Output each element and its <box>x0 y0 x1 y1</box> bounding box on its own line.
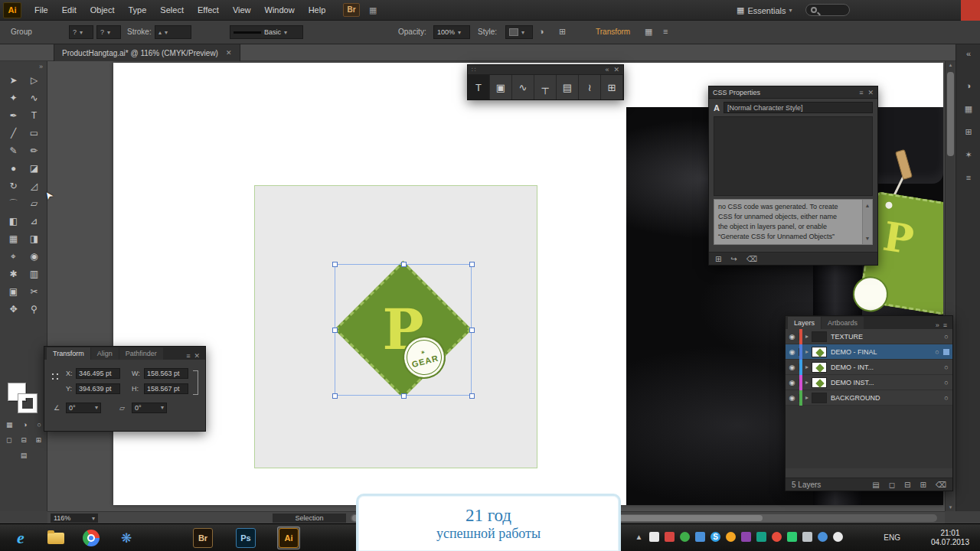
expand-triangle-icon[interactable]: ▸ <box>802 348 812 355</box>
menu-type[interactable]: Type <box>122 0 154 21</box>
selection-handle-e[interactable] <box>469 328 475 333</box>
rotate-field[interactable]: 0° ▾ <box>66 403 101 413</box>
style-dropdown[interactable]: ▾ <box>505 25 533 39</box>
gradient-tool[interactable]: ◨ <box>24 230 44 248</box>
zoom-level-dropdown[interactable]: 116% ▾ <box>51 514 98 523</box>
scale-tool[interactable]: ◿ <box>24 178 44 195</box>
layer-row-texture[interactable]: ◉ ▸ TEXTURE ○ <box>786 329 952 344</box>
selection-handle-n[interactable] <box>401 262 407 267</box>
control-panel-menu-icon[interactable]: ≡ <box>663 27 668 36</box>
pen-tool[interactable]: ✒ <box>3 107 24 125</box>
target-circle-icon[interactable]: ○ <box>931 348 943 356</box>
vertical-scroll-thumb[interactable] <box>947 72 954 156</box>
magic-wand-tool[interactable]: ✦ <box>3 90 24 107</box>
h-field[interactable]: 158.567 pt <box>144 383 188 394</box>
width-tool[interactable]: ⌒ <box>3 195 24 213</box>
collapse-tools-icon[interactable]: » <box>39 63 43 70</box>
visibility-eye-icon[interactable]: ◉ <box>786 348 799 356</box>
tray-icon[interactable] <box>726 532 736 542</box>
tab-align[interactable]: Align <box>91 347 119 360</box>
layer-name[interactable]: DEMO - INT... <box>831 364 940 371</box>
draw-behind-button[interactable]: ⊟ <box>21 436 27 444</box>
target-circle-icon[interactable]: ○ <box>940 394 952 402</box>
opacity-field[interactable]: 100% ▾ <box>433 25 470 39</box>
tab-pathfinder[interactable]: Pathfinder <box>119 347 163 360</box>
perspective-grid-tool[interactable]: ⊿ <box>24 213 44 230</box>
menu-view[interactable]: View <box>226 0 258 21</box>
vertical-type-on-path-tool-button[interactable]: ≀ <box>579 75 601 99</box>
layer-row-demo-final[interactable]: ◉ ▸ DEMO - FINAL ○ <box>786 344 952 360</box>
align-options-icon[interactable]: ▦ <box>645 27 652 37</box>
none-button[interactable]: ○ <box>38 421 41 429</box>
collapse-icon[interactable]: « <box>605 66 609 73</box>
type-tool[interactable]: T <box>24 107 44 125</box>
pencil-tool[interactable]: ✏ <box>24 142 44 160</box>
taskbar-app-blue[interactable]: ❋ <box>115 527 138 549</box>
tab-layers[interactable]: Layers <box>788 317 821 329</box>
vertical-type-tool-button[interactable]: ┬ <box>534 75 557 99</box>
eyedropper-tool[interactable]: ⌖ <box>3 248 24 266</box>
generate-css-icon[interactable]: ⊞ <box>715 255 721 263</box>
scroll-up-icon[interactable]: ▴ <box>946 62 956 68</box>
touch-type-tool-button[interactable]: ⊞ <box>601 75 623 99</box>
tray-icon[interactable] <box>680 532 690 542</box>
delete-css-icon[interactable]: ⌫ <box>746 255 757 263</box>
taskbar-folder[interactable] <box>44 527 67 549</box>
tray-icon[interactable] <box>665 532 675 542</box>
eraser-tool[interactable]: ◪ <box>24 160 44 178</box>
taskbar-chrome[interactable] <box>80 527 103 549</box>
swatches-panel-icon[interactable]: ▦ <box>956 104 980 114</box>
symbol-sprayer-tool[interactable]: ✱ <box>3 266 24 283</box>
scroll-up-icon[interactable]: ▲ <box>865 201 871 210</box>
free-transform-tool[interactable]: ▱ <box>24 195 44 213</box>
recolor-artwork-icon[interactable]: ◑ <box>539 27 544 36</box>
new-sublayer-icon[interactable]: ⊟ <box>904 481 910 489</box>
tray-icon[interactable] <box>787 532 797 542</box>
selection-tool[interactable]: ➤ <box>3 72 24 90</box>
style-label[interactable]: Style: <box>478 28 497 36</box>
expand-triangle-icon[interactable]: ▸ <box>802 364 812 370</box>
tray-icon[interactable] <box>802 532 812 542</box>
constrain-proportions-icon[interactable] <box>193 370 198 395</box>
hand-tool[interactable]: ✥ <box>3 301 24 318</box>
shear-field[interactable]: 0° ▾ <box>132 403 167 413</box>
tab-transform[interactable]: Transform <box>47 347 90 360</box>
layer-name[interactable]: BACKGROUND <box>831 394 940 402</box>
close-icon[interactable]: ✕ <box>867 89 874 96</box>
close-icon[interactable]: ✕ <box>613 66 619 73</box>
selection-handle-ne[interactable] <box>469 262 475 267</box>
line-tool[interactable]: ╱ <box>3 125 24 142</box>
selection-handle-sw[interactable] <box>332 393 338 399</box>
draw-inside-button[interactable]: ⊞ <box>35 436 41 444</box>
panel-menu-icon[interactable]: ≡ <box>859 89 863 96</box>
visibility-eye-icon[interactable]: ◉ <box>786 364 799 371</box>
target-circle-icon[interactable]: ○ <box>940 333 952 341</box>
zoom-tool[interactable]: ⚲ <box>24 301 44 318</box>
expand-triangle-icon[interactable]: ▸ <box>802 394 812 401</box>
flatten-icon[interactable]: ▤ <box>872 481 879 489</box>
css-panel-titlebar[interactable]: CSS Properties ≡ ✕ <box>709 86 877 99</box>
type-tool-button[interactable]: T <box>468 75 490 99</box>
menu-effect[interactable]: Effect <box>191 0 226 21</box>
layer-name[interactable]: DEMO - FINAL <box>831 348 931 356</box>
layer-row-demo-int[interactable]: ◉ ▸ DEMO - INT... ○ <box>786 360 952 375</box>
tray-icon[interactable] <box>833 532 843 542</box>
brushes-panel-icon[interactable]: ⊞ <box>956 127 980 137</box>
stroke-color-control[interactable]: ? ▾ <box>96 25 121 39</box>
search-input[interactable] <box>805 4 850 16</box>
new-layer-icon[interactable]: ⊞ <box>920 481 926 489</box>
graph-tool[interactable]: ▥ <box>24 266 44 283</box>
make-mask-icon[interactable]: ◻ <box>889 481 895 489</box>
visibility-eye-icon[interactable]: ◉ <box>786 394 799 402</box>
expand-panels-icon[interactable]: « <box>956 49 980 58</box>
x-field[interactable]: 346.495 pt <box>76 368 120 379</box>
paintbrush-tool[interactable]: ✎ <box>3 142 24 160</box>
workspace-switcher[interactable]: ▦ Essentials ▾ <box>737 0 792 21</box>
delete-layer-icon[interactable]: ⌫ <box>936 481 946 489</box>
expand-triangle-icon[interactable]: ▸ <box>802 333 812 340</box>
layer-name[interactable]: DEMO INST... <box>831 379 940 386</box>
document-setup-icon[interactable]: ⊞ <box>559 27 566 37</box>
message-scrollbar[interactable]: ▲ ▼ <box>862 200 872 244</box>
visibility-eye-icon[interactable]: ◉ <box>786 333 799 341</box>
menu-file[interactable]: File <box>28 0 55 21</box>
